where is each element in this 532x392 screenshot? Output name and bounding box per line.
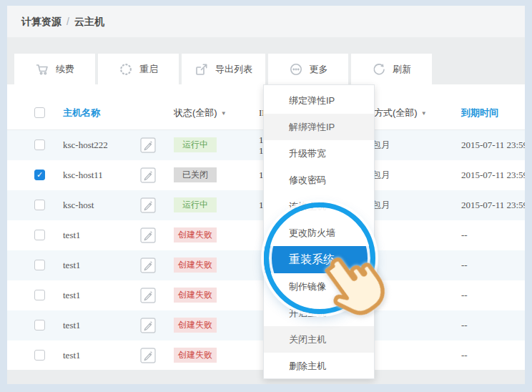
renew-button-label: 续费 bbox=[56, 63, 74, 76]
row-checkbox[interactable] bbox=[34, 320, 45, 330]
export-list-button-label: 导出列表 bbox=[215, 63, 252, 76]
hostname-cell: ksc-host11 bbox=[63, 160, 103, 190]
expire-cell: 2015-07-11 23:59: bbox=[461, 190, 525, 220]
menu-item-change-password[interactable]: 修改密码 bbox=[264, 167, 374, 193]
chevron-down-icon: ▼ bbox=[221, 110, 227, 117]
page-title: 云主机 bbox=[74, 16, 104, 27]
edit-icon[interactable] bbox=[140, 288, 156, 303]
status-badge: 创建失败 bbox=[174, 258, 217, 273]
select-all-checkbox[interactable] bbox=[34, 107, 45, 118]
expire-cell: -- bbox=[461, 340, 468, 371]
more-dropdown-menu: 绑定弹性IP解绑弹性IP升级带宽修改密码连接主机更改防火墙重装系统制作镜像开启主… bbox=[263, 84, 375, 379]
edit-icon[interactable] bbox=[140, 227, 156, 243]
menu-item-delete-host[interactable]: 删除主机 bbox=[264, 353, 374, 379]
row-checkbox[interactable] bbox=[34, 200, 45, 210]
menu-item-change-firewall[interactable]: 更改防火墙 bbox=[264, 220, 374, 246]
hostname-cell: test1 bbox=[63, 220, 81, 250]
hostname-cell: ksc-host222 bbox=[63, 130, 108, 160]
status-badge: 创建失败 bbox=[174, 348, 217, 363]
row-checkbox[interactable]: ✓ bbox=[34, 170, 45, 180]
export-list-button[interactable]: 导出列表 bbox=[182, 54, 265, 84]
row-checkbox[interactable] bbox=[34, 260, 45, 270]
edit-icon[interactable] bbox=[140, 348, 156, 363]
edit-icon[interactable] bbox=[140, 318, 156, 333]
status-badge: 创建失败 bbox=[174, 227, 217, 242]
ellipsis-circle-icon bbox=[289, 62, 303, 77]
edit-icon[interactable] bbox=[140, 167, 156, 183]
more-button[interactable]: 更多 bbox=[268, 54, 348, 84]
menu-item-stop-host: 关闭主机 bbox=[264, 326, 374, 353]
refresh-button-label: 刷新 bbox=[393, 63, 411, 76]
breadcrumb-section[interactable]: 计算资源 bbox=[21, 16, 61, 27]
status-badge: 运行中 bbox=[174, 197, 217, 212]
edit-icon[interactable] bbox=[140, 197, 156, 213]
breadcrumb-bar: 计算资源/云主机 bbox=[7, 6, 525, 37]
hostname-cell: test1 bbox=[63, 310, 81, 340]
expire-cell: -- bbox=[461, 220, 468, 250]
cart-icon bbox=[35, 62, 49, 77]
expire-cell: -- bbox=[461, 280, 468, 310]
menu-item-connect-host[interactable]: 连接主机 bbox=[264, 193, 374, 220]
hostname-cell: ksc-host bbox=[63, 190, 94, 220]
status-badge: 创建失败 bbox=[174, 288, 217, 303]
expire-cell: 2015-07-11 23:59: bbox=[461, 130, 525, 160]
expire-cell: -- bbox=[461, 310, 468, 340]
hostname-cell: test1 bbox=[63, 250, 81, 280]
edit-icon[interactable] bbox=[140, 137, 156, 153]
console-panel: 计算资源/云主机 续费 重启 导出列表 更多 刷新 bbox=[7, 6, 525, 384]
column-header-status-filter[interactable]: 状态(全部)▼ bbox=[174, 97, 227, 130]
row-checkbox[interactable] bbox=[34, 139, 45, 150]
more-button-label: 更多 bbox=[310, 63, 328, 76]
menu-item-reinstall-system[interactable]: 重装系统 bbox=[264, 246, 374, 273]
restart-button-label: 重启 bbox=[139, 63, 158, 76]
status-badge: 已关闭 bbox=[174, 167, 217, 182]
column-header-hostname[interactable]: 主机名称 bbox=[63, 97, 100, 129]
chevron-down-icon: ▼ bbox=[421, 110, 427, 117]
menu-item-create-image[interactable]: 制作镜像 bbox=[264, 273, 374, 300]
row-checkbox[interactable] bbox=[34, 350, 45, 361]
renew-button[interactable]: 续费 bbox=[14, 54, 95, 84]
row-checkbox[interactable] bbox=[34, 290, 45, 300]
export-icon bbox=[194, 62, 209, 77]
hostname-cell: test1 bbox=[63, 340, 81, 371]
hostname-cell: test1 bbox=[63, 280, 81, 310]
menu-item-upgrade-bandwidth[interactable]: 升级带宽 bbox=[264, 140, 374, 167]
menu-item-unbind-eip: 解绑弹性IP bbox=[264, 114, 374, 140]
refresh-button[interactable]: 刷新 bbox=[351, 54, 432, 84]
breadcrumb-separator: / bbox=[66, 16, 69, 27]
restart-button[interactable]: 重启 bbox=[98, 54, 179, 84]
edit-icon[interactable] bbox=[140, 258, 156, 273]
column-header-expire[interactable]: 到期时间 bbox=[461, 97, 498, 129]
row-checkbox[interactable] bbox=[34, 230, 45, 240]
expire-cell: -- bbox=[461, 250, 468, 280]
restart-icon bbox=[119, 62, 133, 77]
expire-cell: 2015-07-11 23:59: bbox=[461, 160, 525, 190]
menu-item-start-host[interactable]: 开启主机 bbox=[264, 300, 374, 326]
status-badge: 运行中 bbox=[174, 137, 217, 152]
breadcrumb: 计算资源/云主机 bbox=[21, 6, 104, 37]
refresh-icon bbox=[372, 62, 386, 77]
status-badge: 创建失败 bbox=[174, 318, 217, 333]
menu-item-bind-eip[interactable]: 绑定弹性IP bbox=[264, 87, 374, 114]
